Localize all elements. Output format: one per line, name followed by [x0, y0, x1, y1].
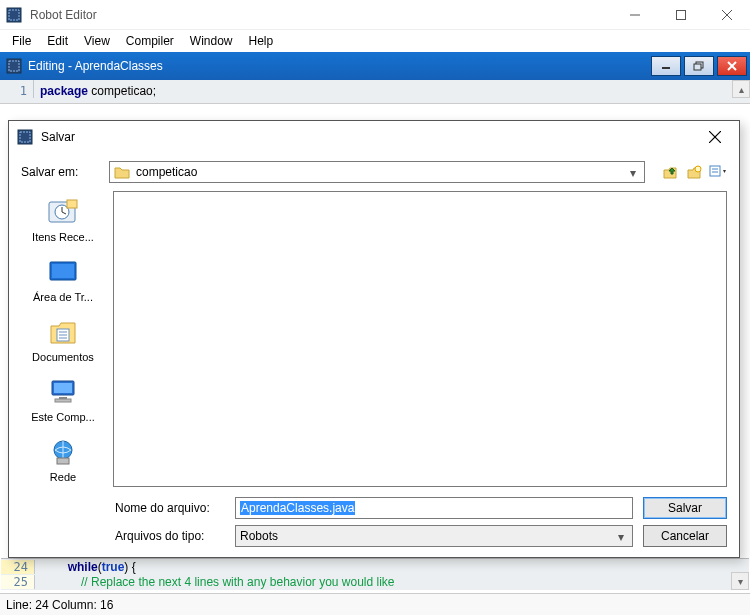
app-title: Robot Editor — [30, 8, 612, 22]
dialog-title: Salvar — [41, 130, 697, 144]
dialog-close-button[interactable] — [697, 123, 733, 151]
child-title: Editing - AprendaClasses — [28, 59, 651, 73]
view-menu-icon[interactable] — [709, 163, 727, 181]
places-bar: Itens Rece... Área de Tr... Documentos — [21, 191, 105, 487]
code-editor[interactable]: 1 package competicao; ▴ — [0, 80, 750, 104]
place-recent[interactable]: Itens Rece... — [21, 197, 105, 243]
menu-file[interactable]: File — [4, 32, 39, 50]
documents-icon — [46, 317, 80, 347]
minimize-button[interactable] — [612, 0, 658, 30]
dialog-titlebar: Salvar — [9, 121, 739, 153]
look-in-value: competicao — [136, 165, 197, 179]
menu-window[interactable]: Window — [182, 32, 241, 50]
scroll-up-button[interactable]: ▴ — [732, 80, 750, 98]
filename-input[interactable]: AprendaClasses.java — [235, 497, 633, 519]
folder-icon — [114, 165, 130, 179]
filetype-label: Arquivos do tipo: — [115, 529, 225, 543]
menu-view[interactable]: View — [76, 32, 118, 50]
look-in-label: Salvar em: — [21, 165, 101, 179]
line-number: 1 — [0, 80, 34, 98]
child-restore-button[interactable] — [684, 56, 714, 76]
child-window-titlebar: Editing - AprendaClasses — [0, 52, 750, 80]
filetype-value: Robots — [240, 529, 278, 543]
menu-compiler[interactable]: Compiler — [118, 32, 182, 50]
menu-edit[interactable]: Edit — [39, 32, 76, 50]
code-line-24: 24 while(true) { — [1, 559, 749, 575]
place-documents[interactable]: Documentos — [21, 317, 105, 363]
up-one-level-icon[interactable] — [661, 163, 679, 181]
svg-rect-25 — [67, 200, 77, 208]
filename-value: AprendaClasses.java — [240, 501, 355, 515]
computer-icon — [46, 377, 80, 407]
child-minimize-button[interactable] — [651, 56, 681, 76]
filename-label: Nome do arquivo: — [115, 501, 225, 515]
svg-rect-33 — [54, 383, 72, 393]
save-button[interactable]: Salvar — [643, 497, 727, 519]
svg-point-17 — [695, 166, 701, 172]
filetype-combobox[interactable]: Robots ▾ — [235, 525, 633, 547]
code-line: package competicao; — [34, 80, 162, 98]
file-list[interactable] — [113, 191, 727, 487]
child-app-icon — [6, 58, 22, 74]
child-close-button[interactable] — [717, 56, 747, 76]
menubar: File Edit View Compiler Window Help — [0, 30, 750, 52]
svg-rect-37 — [57, 458, 69, 464]
main-titlebar: Robot Editor — [0, 0, 750, 30]
place-network[interactable]: Rede — [21, 437, 105, 483]
new-folder-icon[interactable] — [685, 163, 703, 181]
svg-rect-27 — [52, 264, 74, 278]
chevron-down-icon: ▾ — [612, 528, 630, 546]
place-desktop[interactable]: Área de Tr... — [21, 257, 105, 303]
svg-rect-35 — [55, 399, 71, 402]
network-icon — [46, 437, 80, 467]
app-icon — [6, 7, 22, 23]
menu-help[interactable]: Help — [241, 32, 282, 50]
scroll-down-button[interactable]: ▾ — [731, 572, 749, 590]
line-number: 24 — [1, 560, 35, 574]
close-button[interactable] — [704, 0, 750, 30]
cancel-button[interactable]: Cancelar — [643, 525, 727, 547]
maximize-button[interactable] — [658, 0, 704, 30]
code-line-25: 25 // Replace the next 4 lines with any … — [1, 575, 749, 591]
svg-rect-18 — [710, 166, 720, 176]
dialog-icon — [17, 129, 33, 145]
recent-items-icon — [46, 197, 80, 227]
line-number: 25 — [1, 575, 35, 589]
desktop-icon — [46, 257, 80, 287]
place-computer[interactable]: Este Comp... — [21, 377, 105, 423]
look-in-combobox[interactable]: competicao ▾ — [109, 161, 645, 183]
status-text: Line: 24 Column: 16 — [6, 598, 113, 612]
svg-rect-10 — [694, 64, 701, 70]
save-dialog: Salvar Salvar em: competicao ▾ — [8, 120, 740, 558]
code-editor-bottom[interactable]: 24 while(true) { 25 // Replace the next … — [1, 558, 749, 590]
chevron-down-icon: ▾ — [624, 164, 642, 182]
statusbar: Line: 24 Column: 16 — [0, 593, 750, 615]
svg-rect-3 — [677, 10, 686, 19]
